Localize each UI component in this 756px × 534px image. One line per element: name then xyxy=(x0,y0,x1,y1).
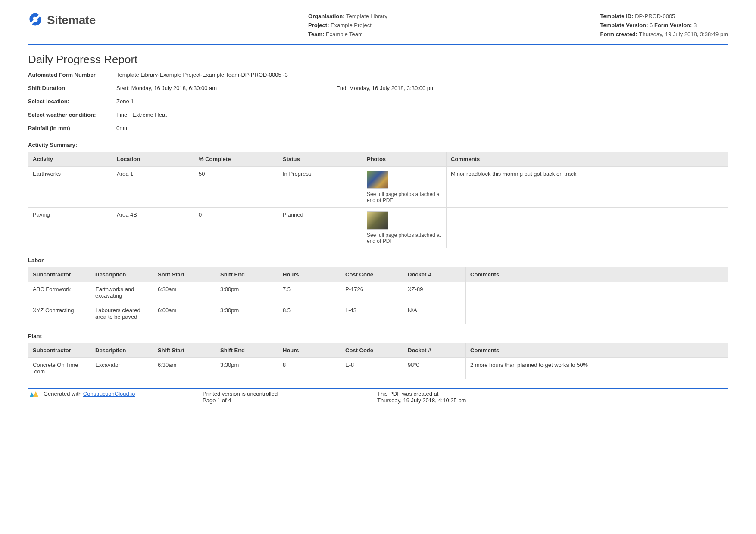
team-value: Example Team xyxy=(326,31,363,37)
col-cost-code: Cost Code xyxy=(341,343,403,358)
col-comments: Comments xyxy=(466,267,728,282)
col-cost-code: Cost Code xyxy=(341,267,403,282)
footer-generated-prefix: Generated with xyxy=(44,391,83,397)
table-row: Concrete On Time .com Excavator 6:30am 3… xyxy=(28,358,728,379)
cell-sub: ABC Formwork xyxy=(28,282,91,303)
weather-label: Select weather condition: xyxy=(28,112,116,118)
cell-activity: Paving xyxy=(28,208,112,248)
cell-comments: 2 more hours than planned to get works t… xyxy=(466,358,728,379)
labor-title: Labor xyxy=(28,257,728,264)
col-status: Status xyxy=(278,152,362,167)
col-comments: Comments xyxy=(447,152,728,167)
col-comments: Comments xyxy=(466,343,728,358)
shift-start: Start: Monday, 16 July 2018, 6:30:00 am xyxy=(116,85,336,91)
col-shift-start: Shift Start xyxy=(153,343,216,358)
col-shift-end: Shift End xyxy=(216,343,278,358)
col-shift-start: Shift Start xyxy=(153,267,216,282)
table-header-row: Activity Location % Complete Status Phot… xyxy=(28,152,728,167)
footer-page: Page 1 of 4 xyxy=(203,397,377,404)
sitemate-logo-icon xyxy=(28,12,43,28)
document-footer: Generated with ConstructionCloud.io Prin… xyxy=(28,388,728,404)
col-subcontractor: Subcontractor xyxy=(28,343,91,358)
activity-summary-table: Activity Location % Complete Status Phot… xyxy=(28,152,728,248)
constructioncloud-link[interactable]: ConstructionCloud.io xyxy=(83,391,135,397)
cell-cost: E-8 xyxy=(341,358,403,379)
photo-thumbnail-icon xyxy=(367,171,388,189)
cell-photos: See full page photos attached at end of … xyxy=(362,167,447,208)
col-location: Location xyxy=(112,152,194,167)
table-header-row: Subcontractor Description Shift Start Sh… xyxy=(28,267,728,282)
shift-duration-label: Shift Duration xyxy=(28,85,116,91)
form-created-label: Form created: xyxy=(600,31,637,37)
table-row: Paving Area 4B 0 Planned See full page p… xyxy=(28,208,728,248)
location-label: Select location: xyxy=(28,98,116,105)
col-pct-complete: % Complete xyxy=(194,152,278,167)
table-row: ABC Formwork Earthworks and excavating 6… xyxy=(28,282,728,303)
cell-status: In Progress xyxy=(278,167,362,208)
cell-sub: Concrete On Time .com xyxy=(28,358,91,379)
location-value: Zone 1 xyxy=(116,98,728,105)
team-label: Team: xyxy=(308,31,324,37)
form-version-value: 3 xyxy=(694,22,697,28)
cell-cost: P-1726 xyxy=(341,282,403,303)
footer-center: Printed version is uncontrolled Page 1 o… xyxy=(203,391,377,404)
activity-summary-title: Activity Summary: xyxy=(28,142,728,148)
col-hours: Hours xyxy=(278,267,341,282)
labor-table: Subcontractor Description Shift Start Sh… xyxy=(28,267,728,324)
shift-end: End: Monday, 16 July 2018, 3:30:00 pm xyxy=(336,85,435,91)
cell-activity: Earthworks xyxy=(28,167,112,208)
cell-docket: XZ-89 xyxy=(403,282,466,303)
cell-docket: 98*0 xyxy=(403,358,466,379)
footer-uncontrolled: Printed version is uncontrolled xyxy=(203,391,377,397)
plant-table: Subcontractor Description Shift Start Sh… xyxy=(28,343,728,379)
table-header-row: Subcontractor Description Shift Start Sh… xyxy=(28,343,728,358)
photo-note: See full page photos attached at end of … xyxy=(367,232,442,244)
table-row: XYZ Contracting Labourers cleared area t… xyxy=(28,303,728,324)
template-version-value: 6 xyxy=(650,22,653,28)
weather-value-2: Extreme Heat xyxy=(132,112,166,118)
auto-form-value: Template Library-Example Project-Example… xyxy=(116,71,728,78)
shift-duration-value: Start: Monday, 16 July 2018, 6:30:00 am … xyxy=(116,85,728,91)
plant-title: Plant xyxy=(28,333,728,339)
form-version-label: Form Version: xyxy=(654,22,692,28)
footer-right: This PDF was created at Thursday, 19 Jul… xyxy=(377,391,728,404)
cell-desc: Earthworks and excavating xyxy=(91,282,153,303)
col-hours: Hours xyxy=(278,343,341,358)
col-activity: Activity xyxy=(28,152,112,167)
logo-text: Sitemate xyxy=(47,13,96,27)
rainfall-label: Rainfall (in mm) xyxy=(28,125,116,131)
weather-value-1: Fine xyxy=(116,112,127,118)
footer-generated: Generated with ConstructionCloud.io xyxy=(28,391,203,404)
header-meta-right: Template ID: DP-PROD-0005 Template Versi… xyxy=(600,12,728,39)
col-subcontractor: Subcontractor xyxy=(28,267,91,282)
cell-start: 6:00am xyxy=(153,303,216,324)
cell-desc: Excavator xyxy=(91,358,153,379)
page-title: Daily Progress Report xyxy=(28,53,728,66)
cell-start: 6:30am xyxy=(153,282,216,303)
header-meta-left: Organisation: Template Library Project: … xyxy=(308,12,387,39)
org-label: Organisation: xyxy=(308,13,345,19)
org-value: Template Library xyxy=(346,13,387,19)
cell-comments xyxy=(447,208,728,248)
col-description: Description xyxy=(91,343,153,358)
template-id-label: Template ID: xyxy=(600,13,633,19)
footer-created-value: Thursday, 19 July 2018, 4:10:25 pm xyxy=(377,397,728,404)
cell-start: 6:30am xyxy=(153,358,216,379)
col-docket: Docket # xyxy=(403,267,466,282)
cell-pct: 50 xyxy=(194,167,278,208)
auto-form-label: Automated Form Number xyxy=(28,71,116,78)
template-version-label: Template Version: xyxy=(600,22,648,28)
constructioncloud-icon xyxy=(28,391,41,397)
cell-hours: 8 xyxy=(278,358,341,379)
template-id-value: DP-PROD-0005 xyxy=(635,13,675,19)
rainfall-value: 0mm xyxy=(116,125,728,131)
cell-desc: Labourers cleared area to be paved xyxy=(91,303,153,324)
cell-pct: 0 xyxy=(194,208,278,248)
form-fields: Automated Form Number Template Library-E… xyxy=(28,71,728,131)
cell-comments xyxy=(466,282,728,303)
project-value: Example Project xyxy=(331,22,372,28)
cell-end: 3:00pm xyxy=(216,282,278,303)
cell-sub: XYZ Contracting xyxy=(28,303,91,324)
col-photos: Photos xyxy=(362,152,447,167)
cell-end: 3:30pm xyxy=(216,303,278,324)
